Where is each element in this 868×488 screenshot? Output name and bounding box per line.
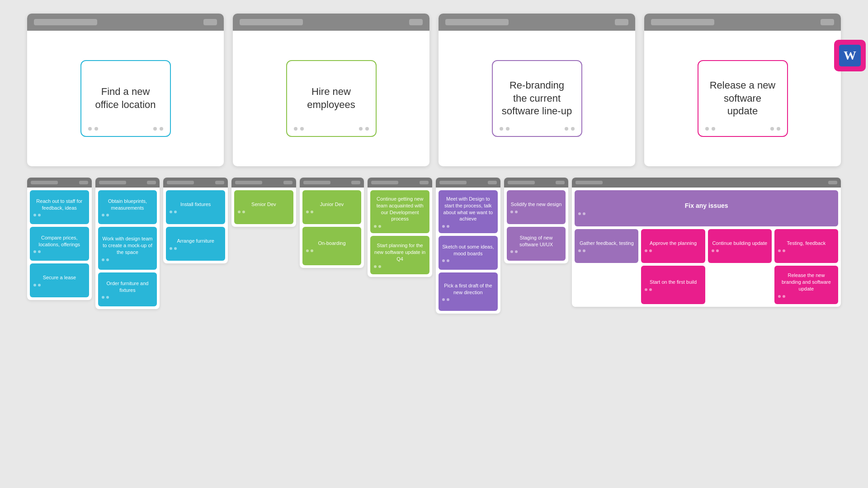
mini-browser-5: Junior Dev On-boarding <box>300 178 364 268</box>
sticky-text: Order furniture and fixtures <box>102 280 154 294</box>
toolbar-release <box>644 14 841 31</box>
sticky-install[interactable]: Install fixtures <box>166 190 225 224</box>
sticky-blueprints[interactable]: Obtain blueprints, measurements <box>98 190 157 224</box>
sticky-design-space[interactable]: Work with design team to create a mock-u… <box>98 227 157 270</box>
card-release-text: Release a new software update <box>708 79 778 118</box>
word-icon: W <box>839 45 861 66</box>
sticky-text: Start on the first build <box>645 279 701 286</box>
mini-content-3: Install fixtures Arrange furniture <box>163 188 228 263</box>
sticky-dots <box>778 249 835 252</box>
sticky-staging[interactable]: Staging of new software UI/UX <box>507 227 566 261</box>
card-dots-left <box>294 127 304 131</box>
bottom-col-9: Fix any issues Gather feedback, testing <box>572 178 841 314</box>
sticky-text: Junior Dev <box>306 201 358 208</box>
sticky-release-branding[interactable]: Release the new branding and software up… <box>774 266 838 304</box>
mini-toolbar-2 <box>95 178 160 188</box>
main-container: Find a new office location <box>0 0 868 327</box>
sticky-text: On-boarding <box>306 240 358 247</box>
dot <box>365 127 369 131</box>
mini-toolbar-8 <box>504 178 569 188</box>
sticky-planning-q4[interactable]: Start planning for the new software upda… <box>370 236 429 274</box>
dot <box>88 127 92 131</box>
toolbar-hire <box>233 14 429 31</box>
sticky-approve[interactable]: Approve the planning <box>641 229 705 263</box>
card-release[interactable]: Release a new software update <box>698 60 788 137</box>
sticky-gather-feedback[interactable]: Gather feedback, testing <box>575 229 638 263</box>
sticky-meet-design[interactable]: Meet with Design to start the process, t… <box>439 190 498 233</box>
sticky-pick-draft[interactable]: Pick a first draft of the new direction <box>439 272 498 311</box>
toolbar-url-bar <box>240 19 303 25</box>
sticky-dots <box>645 249 701 252</box>
sticky-dots <box>170 247 222 250</box>
sticky-junior-dev[interactable]: Junior Dev <box>302 190 362 224</box>
dot <box>565 127 568 131</box>
sticky-dots <box>778 295 835 298</box>
sticky-text: Gather feedback, testing <box>578 240 635 247</box>
sticky-first-build[interactable]: Start on the first build <box>641 266 705 304</box>
sticky-text: Meet with Design to start the process, t… <box>442 196 494 222</box>
sticky-arrange[interactable]: Arrange furniture <box>166 227 225 261</box>
sticky-dots <box>578 249 635 252</box>
sticky-compare[interactable]: Compare prices, locations, offerings <box>30 227 89 261</box>
mini-toolbar-6 <box>368 178 432 188</box>
sticky-testing-feedback[interactable]: Testing, feedback <box>774 229 838 263</box>
mini-content-2: Obtain blueprints, measurements Work wit… <box>95 188 160 309</box>
sticky-text: Testing, feedback <box>778 240 835 247</box>
sticky-sketch[interactable]: Sketch out some ideas, mood boards <box>439 236 498 270</box>
card-hire-text: Hire new employees <box>296 85 367 111</box>
dot <box>770 127 774 131</box>
toolbar-url-bar <box>34 19 97 25</box>
sticky-dots <box>102 258 154 261</box>
sticky-text: Pick a first draft of the new direction <box>442 282 494 296</box>
dot <box>160 127 163 131</box>
card-dots-right <box>359 127 369 131</box>
mini-browser-4: Senior Dev <box>231 178 296 227</box>
sticky-text: Work with design team to create a mock-u… <box>102 235 154 256</box>
sticky-furniture[interactable]: Order furniture and fixtures <box>98 272 157 306</box>
sticky-solidify[interactable]: Solidify the new design <box>507 190 566 224</box>
browser-content-office: Find a new office location <box>27 31 224 166</box>
bottom-col-1: Reach out to staff for feedback, ideas C… <box>27 178 92 314</box>
sticky-text: Senior Dev <box>238 201 290 208</box>
dot <box>705 127 709 131</box>
toolbar-action-bar <box>615 19 628 25</box>
sticky-text: Sketch out some ideas, mood boards <box>442 244 494 257</box>
card-rebrand[interactable]: Re-branding the current software line-up <box>492 60 582 137</box>
sticky-dots <box>102 214 154 216</box>
card-office[interactable]: Find a new office location <box>80 60 171 137</box>
sticky-dots <box>510 250 562 253</box>
toolbar-url-bar <box>445 19 509 25</box>
sticky-dots <box>33 284 85 286</box>
dot <box>153 127 157 131</box>
sticky-text: Approve the planning <box>645 240 701 247</box>
sticky-continue-build[interactable]: Continue building update <box>708 229 772 263</box>
dot <box>500 127 503 131</box>
card-office-text: Find a new office location <box>90 85 161 111</box>
browser-panel-rebrand: Re-branding the current software line-up <box>439 14 635 166</box>
sticky-fix-issues[interactable]: Fix any issues <box>575 190 838 226</box>
bottom-col-7: Meet with Design to start the process, t… <box>436 178 500 314</box>
browser-content-release: Release a new software update W <box>644 31 841 166</box>
sticky-dots <box>306 211 358 213</box>
mini-browser-3: Install fixtures Arrange furniture <box>163 178 228 263</box>
dot <box>777 127 780 131</box>
sticky-dots <box>510 211 562 213</box>
card-hire[interactable]: Hire new employees <box>286 60 377 137</box>
dot <box>300 127 304 131</box>
mini-toolbar-9 <box>572 178 841 188</box>
sticky-onboarding[interactable]: On-boarding <box>302 227 362 265</box>
sticky-text: Install fixtures <box>170 201 222 208</box>
sticky-text: Release the new branding and software up… <box>778 272 835 292</box>
sticky-dots <box>170 211 222 213</box>
sticky-getting-acquainted[interactable]: Continue getting new team acquainted wit… <box>370 190 429 233</box>
sticky-lease[interactable]: Secure a lease <box>30 263 89 297</box>
mini-toolbar-4 <box>231 178 296 188</box>
sticky-senior-dev[interactable]: Senior Dev <box>234 190 293 224</box>
card-rebrand-text: Re-branding the current software line-up <box>502 79 572 118</box>
bottom-col-4: Senior Dev <box>231 178 296 314</box>
sticky-reach-out[interactable]: Reach out to staff for feedback, ideas <box>30 190 89 224</box>
sticky-dots <box>238 211 290 213</box>
sticky-dots <box>442 259 494 262</box>
mini-content-4: Senior Dev <box>231 188 296 227</box>
sticky-text: Continue getting new team acquainted wit… <box>374 196 426 222</box>
